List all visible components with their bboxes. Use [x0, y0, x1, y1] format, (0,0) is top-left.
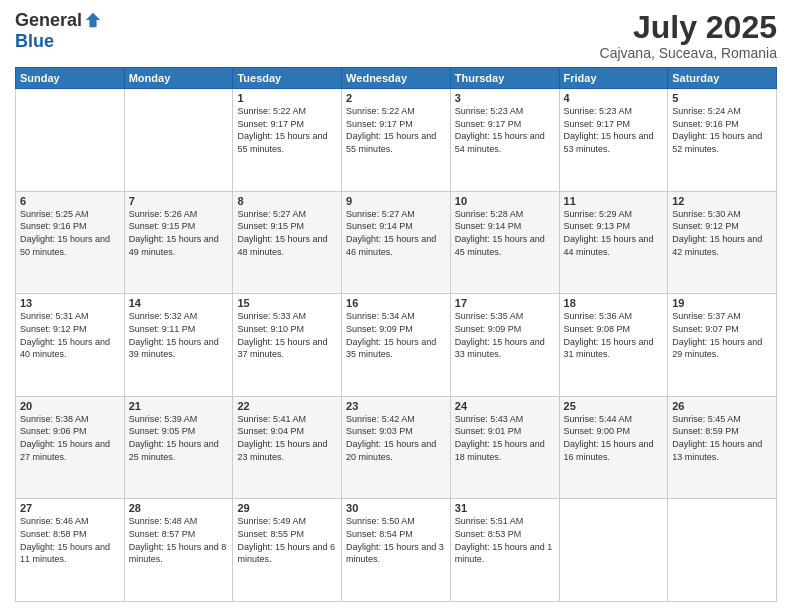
day-number: 13 — [20, 297, 120, 309]
day-number: 29 — [237, 502, 337, 514]
day-info: Sunrise: 5:42 AMSunset: 9:03 PMDaylight:… — [346, 413, 446, 463]
calendar-cell: 18Sunrise: 5:36 AMSunset: 9:08 PMDayligh… — [559, 294, 668, 397]
day-info: Sunrise: 5:50 AMSunset: 8:54 PMDaylight:… — [346, 515, 446, 565]
calendar-cell: 23Sunrise: 5:42 AMSunset: 9:03 PMDayligh… — [342, 396, 451, 499]
calendar-cell: 14Sunrise: 5:32 AMSunset: 9:11 PMDayligh… — [124, 294, 233, 397]
day-number: 27 — [20, 502, 120, 514]
day-info: Sunrise: 5:38 AMSunset: 9:06 PMDaylight:… — [20, 413, 120, 463]
calendar-cell — [16, 89, 125, 192]
calendar-cell: 5Sunrise: 5:24 AMSunset: 9:16 PMDaylight… — [668, 89, 777, 192]
day-info: Sunrise: 5:33 AMSunset: 9:10 PMDaylight:… — [237, 310, 337, 360]
day-header-thursday: Thursday — [450, 68, 559, 89]
day-number: 16 — [346, 297, 446, 309]
day-number: 15 — [237, 297, 337, 309]
day-header-friday: Friday — [559, 68, 668, 89]
day-number: 5 — [672, 92, 772, 104]
day-info: Sunrise: 5:32 AMSunset: 9:11 PMDaylight:… — [129, 310, 229, 360]
day-info: Sunrise: 5:49 AMSunset: 8:55 PMDaylight:… — [237, 515, 337, 565]
day-info: Sunrise: 5:24 AMSunset: 9:16 PMDaylight:… — [672, 105, 772, 155]
day-info: Sunrise: 5:31 AMSunset: 9:12 PMDaylight:… — [20, 310, 120, 360]
header: General Blue July 2025 Cajvana, Suceava,… — [15, 10, 777, 61]
calendar-cell: 19Sunrise: 5:37 AMSunset: 9:07 PMDayligh… — [668, 294, 777, 397]
calendar-cell: 26Sunrise: 5:45 AMSunset: 8:59 PMDayligh… — [668, 396, 777, 499]
calendar-cell: 22Sunrise: 5:41 AMSunset: 9:04 PMDayligh… — [233, 396, 342, 499]
day-number: 6 — [20, 195, 120, 207]
day-header-monday: Monday — [124, 68, 233, 89]
calendar-cell: 12Sunrise: 5:30 AMSunset: 9:12 PMDayligh… — [668, 191, 777, 294]
day-header-sunday: Sunday — [16, 68, 125, 89]
title-block: July 2025 Cajvana, Suceava, Romania — [600, 10, 777, 61]
day-number: 23 — [346, 400, 446, 412]
month-title: July 2025 — [600, 10, 777, 45]
calendar-cell: 11Sunrise: 5:29 AMSunset: 9:13 PMDayligh… — [559, 191, 668, 294]
day-header-saturday: Saturday — [668, 68, 777, 89]
day-number: 24 — [455, 400, 555, 412]
logo-icon — [84, 11, 102, 29]
logo: General Blue — [15, 10, 102, 52]
day-number: 2 — [346, 92, 446, 104]
day-info: Sunrise: 5:30 AMSunset: 9:12 PMDaylight:… — [672, 208, 772, 258]
calendar-cell: 20Sunrise: 5:38 AMSunset: 9:06 PMDayligh… — [16, 396, 125, 499]
calendar-cell: 10Sunrise: 5:28 AMSunset: 9:14 PMDayligh… — [450, 191, 559, 294]
day-info: Sunrise: 5:27 AMSunset: 9:14 PMDaylight:… — [346, 208, 446, 258]
calendar-cell: 13Sunrise: 5:31 AMSunset: 9:12 PMDayligh… — [16, 294, 125, 397]
day-info: Sunrise: 5:25 AMSunset: 9:16 PMDaylight:… — [20, 208, 120, 258]
day-number: 8 — [237, 195, 337, 207]
day-number: 28 — [129, 502, 229, 514]
day-number: 9 — [346, 195, 446, 207]
day-info: Sunrise: 5:37 AMSunset: 9:07 PMDaylight:… — [672, 310, 772, 360]
calendar-cell: 1Sunrise: 5:22 AMSunset: 9:17 PMDaylight… — [233, 89, 342, 192]
calendar-cell: 8Sunrise: 5:27 AMSunset: 9:15 PMDaylight… — [233, 191, 342, 294]
calendar-cell: 9Sunrise: 5:27 AMSunset: 9:14 PMDaylight… — [342, 191, 451, 294]
day-info: Sunrise: 5:41 AMSunset: 9:04 PMDaylight:… — [237, 413, 337, 463]
calendar-cell: 30Sunrise: 5:50 AMSunset: 8:54 PMDayligh… — [342, 499, 451, 602]
day-info: Sunrise: 5:26 AMSunset: 9:15 PMDaylight:… — [129, 208, 229, 258]
day-number: 14 — [129, 297, 229, 309]
day-number: 31 — [455, 502, 555, 514]
calendar-cell: 15Sunrise: 5:33 AMSunset: 9:10 PMDayligh… — [233, 294, 342, 397]
day-info: Sunrise: 5:45 AMSunset: 8:59 PMDaylight:… — [672, 413, 772, 463]
calendar-cell: 16Sunrise: 5:34 AMSunset: 9:09 PMDayligh… — [342, 294, 451, 397]
day-info: Sunrise: 5:34 AMSunset: 9:09 PMDaylight:… — [346, 310, 446, 360]
calendar-cell: 29Sunrise: 5:49 AMSunset: 8:55 PMDayligh… — [233, 499, 342, 602]
calendar-week-4: 20Sunrise: 5:38 AMSunset: 9:06 PMDayligh… — [16, 396, 777, 499]
day-info: Sunrise: 5:44 AMSunset: 9:00 PMDaylight:… — [564, 413, 664, 463]
day-info: Sunrise: 5:51 AMSunset: 8:53 PMDaylight:… — [455, 515, 555, 565]
calendar-week-5: 27Sunrise: 5:46 AMSunset: 8:58 PMDayligh… — [16, 499, 777, 602]
day-info: Sunrise: 5:46 AMSunset: 8:58 PMDaylight:… — [20, 515, 120, 565]
day-number: 11 — [564, 195, 664, 207]
calendar-cell: 17Sunrise: 5:35 AMSunset: 9:09 PMDayligh… — [450, 294, 559, 397]
calendar-cell: 3Sunrise: 5:23 AMSunset: 9:17 PMDaylight… — [450, 89, 559, 192]
day-info: Sunrise: 5:23 AMSunset: 9:17 PMDaylight:… — [455, 105, 555, 155]
calendar-cell: 28Sunrise: 5:48 AMSunset: 8:57 PMDayligh… — [124, 499, 233, 602]
day-number: 12 — [672, 195, 772, 207]
calendar-cell: 7Sunrise: 5:26 AMSunset: 9:15 PMDaylight… — [124, 191, 233, 294]
day-info: Sunrise: 5:23 AMSunset: 9:17 PMDaylight:… — [564, 105, 664, 155]
day-number: 30 — [346, 502, 446, 514]
day-number: 3 — [455, 92, 555, 104]
day-number: 21 — [129, 400, 229, 412]
day-info: Sunrise: 5:39 AMSunset: 9:05 PMDaylight:… — [129, 413, 229, 463]
calendar-week-2: 6Sunrise: 5:25 AMSunset: 9:16 PMDaylight… — [16, 191, 777, 294]
day-header-tuesday: Tuesday — [233, 68, 342, 89]
page: General Blue July 2025 Cajvana, Suceava,… — [0, 0, 792, 612]
calendar-cell: 4Sunrise: 5:23 AMSunset: 9:17 PMDaylight… — [559, 89, 668, 192]
day-number: 1 — [237, 92, 337, 104]
calendar-week-1: 1Sunrise: 5:22 AMSunset: 9:17 PMDaylight… — [16, 89, 777, 192]
day-number: 10 — [455, 195, 555, 207]
calendar-cell: 27Sunrise: 5:46 AMSunset: 8:58 PMDayligh… — [16, 499, 125, 602]
calendar-header-row: SundayMondayTuesdayWednesdayThursdayFrid… — [16, 68, 777, 89]
day-info: Sunrise: 5:22 AMSunset: 9:17 PMDaylight:… — [346, 105, 446, 155]
calendar-cell: 31Sunrise: 5:51 AMSunset: 8:53 PMDayligh… — [450, 499, 559, 602]
day-number: 20 — [20, 400, 120, 412]
day-number: 18 — [564, 297, 664, 309]
day-info: Sunrise: 5:48 AMSunset: 8:57 PMDaylight:… — [129, 515, 229, 565]
day-number: 7 — [129, 195, 229, 207]
calendar-cell — [124, 89, 233, 192]
day-info: Sunrise: 5:43 AMSunset: 9:01 PMDaylight:… — [455, 413, 555, 463]
calendar-cell: 24Sunrise: 5:43 AMSunset: 9:01 PMDayligh… — [450, 396, 559, 499]
day-header-wednesday: Wednesday — [342, 68, 451, 89]
location: Cajvana, Suceava, Romania — [600, 45, 777, 61]
day-number: 25 — [564, 400, 664, 412]
calendar-table: SundayMondayTuesdayWednesdayThursdayFrid… — [15, 67, 777, 602]
